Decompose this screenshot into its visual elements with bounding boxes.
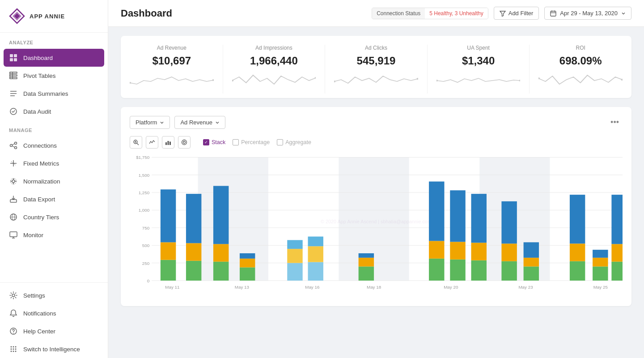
legend-percentage[interactable]: Percentage xyxy=(233,139,270,145)
svg-rect-129 xyxy=(524,267,539,281)
sidebar-item-settings[interactable]: Settings xyxy=(0,286,108,304)
svg-text:0: 0 xyxy=(147,278,150,283)
pivot-tables-icon xyxy=(9,71,18,80)
svg-text:May 25: May 25 xyxy=(593,285,608,290)
analyze-section: Analyze Dashboard xyxy=(0,33,108,120)
sidebar-item-pivot-tables[interactable]: Pivot Tables xyxy=(0,67,108,85)
svg-point-46 xyxy=(11,351,12,352)
sidebar-item-normalization[interactable]: Normalization xyxy=(0,172,108,190)
svg-point-59 xyxy=(436,80,438,81)
sidebar-item-monitor[interactable]: Monitor xyxy=(0,226,108,244)
svg-rect-100 xyxy=(186,243,201,260)
sparkline-ad-impressions xyxy=(232,72,316,87)
add-filter-button[interactable]: Add Filter xyxy=(494,7,539,20)
svg-rect-134 xyxy=(570,195,585,243)
more-options-button[interactable]: ••• xyxy=(607,116,623,129)
svg-point-40 xyxy=(11,346,12,348)
svg-rect-117 xyxy=(429,259,444,281)
calendar-icon xyxy=(550,10,556,17)
metric-ua-spent-value: $1,340 xyxy=(436,55,521,67)
content-area: Ad Revenue $10,697 Ad Impressions 1,966,… xyxy=(108,27,644,358)
filter-icon xyxy=(500,10,506,17)
monitor-icon xyxy=(9,230,18,239)
svg-rect-6 xyxy=(14,58,17,61)
data-export-icon xyxy=(9,195,18,204)
svg-rect-3 xyxy=(10,54,13,57)
sidebar-item-monitor-label: Monitor xyxy=(23,232,43,239)
ad-revenue-dropdown-button[interactable]: Ad Revenue xyxy=(174,116,225,129)
svg-point-60 xyxy=(519,80,520,81)
sidebar-item-help-center[interactable]: Help Center xyxy=(0,322,108,340)
logo-area: APP ANNIE xyxy=(0,0,108,33)
normalization-icon xyxy=(9,177,18,186)
svg-point-54 xyxy=(212,79,213,81)
svg-rect-115 xyxy=(359,258,374,267)
donut-chart-tool-button[interactable] xyxy=(178,136,191,149)
zoom-tool-button[interactable] xyxy=(130,136,142,149)
legend-aggregate[interactable]: Aggregate xyxy=(277,139,311,145)
svg-line-64 xyxy=(137,143,139,145)
sidebar-item-switch-intelligence[interactable]: Switch to Intelligence xyxy=(0,340,108,358)
sidebar-item-country-tiers[interactable]: Country Tiers xyxy=(0,208,108,226)
legend-stack[interactable]: Stack xyxy=(203,139,225,145)
sidebar-item-help-center-label: Help Center xyxy=(23,328,55,335)
sidebar-item-switch-intelligence-label: Switch to Intelligence xyxy=(23,346,80,353)
svg-rect-69 xyxy=(169,142,171,145)
svg-rect-49 xyxy=(551,11,556,16)
svg-rect-131 xyxy=(524,242,539,257)
sidebar-item-dashboard-label: Dashboard xyxy=(23,55,53,61)
svg-point-39 xyxy=(13,333,14,334)
sidebar-item-normalization-label: Normalization xyxy=(23,178,60,185)
sidebar-item-connections-label: Connections xyxy=(23,142,57,149)
svg-rect-123 xyxy=(471,260,487,281)
line-chart-tool-button[interactable] xyxy=(146,136,158,149)
svg-rect-112 xyxy=(240,259,255,268)
sparkline-ad-revenue xyxy=(130,72,214,87)
sparkline-ad-clicks xyxy=(334,72,418,87)
sidebar-item-data-summaries[interactable]: Data Summaries xyxy=(0,85,108,102)
chart-controls: Platform Ad Revenue ••• xyxy=(130,116,623,129)
sidebar-item-data-export[interactable]: Data Export xyxy=(0,190,108,208)
metric-roi: ROI 698.09% xyxy=(530,45,631,94)
analyze-label: Analyze xyxy=(0,33,108,49)
sidebar-item-fixed-metrics[interactable]: Fixed Metrics xyxy=(0,154,108,172)
sidebar-item-dashboard[interactable]: Dashboard xyxy=(4,49,104,67)
svg-rect-120 xyxy=(450,260,465,281)
svg-rect-73 xyxy=(198,157,268,281)
sidebar: APP ANNIE Analyze Dashboard xyxy=(0,0,108,358)
svg-text:250: 250 xyxy=(142,261,150,266)
sidebar-item-data-audit[interactable]: Data Audit xyxy=(0,102,108,120)
connection-status-badge: Connection Status 5 Healthy, 3 Unhealthy xyxy=(372,8,488,19)
svg-text:May 23: May 23 xyxy=(518,285,533,290)
legend-percentage-checkbox xyxy=(233,139,239,145)
bar-chart-tool-button[interactable] xyxy=(162,136,174,149)
sidebar-item-settings-label: Settings xyxy=(23,292,45,299)
svg-rect-139 xyxy=(611,244,623,261)
svg-rect-105 xyxy=(287,263,302,281)
svg-text:May 16: May 16 xyxy=(305,285,320,290)
date-range-button[interactable]: Apr 29 - May 13, 2020 xyxy=(544,7,631,20)
metric-ad-clicks-label: Ad Clicks xyxy=(334,45,418,51)
svg-rect-5 xyxy=(10,58,13,61)
sparkline-ua-spent xyxy=(436,72,521,87)
sidebar-item-connections[interactable]: Connections xyxy=(0,136,108,154)
svg-text:$1,750: $1,750 xyxy=(136,155,150,160)
svg-rect-4 xyxy=(14,54,17,57)
svg-rect-104 xyxy=(213,186,229,244)
platform-dropdown-button[interactable]: Platform xyxy=(130,116,170,129)
svg-rect-132 xyxy=(570,261,585,281)
chevron-down-icon xyxy=(621,11,626,16)
chart-card: Platform Ad Revenue ••• xyxy=(121,107,631,306)
svg-text:May 20: May 20 xyxy=(444,285,458,290)
svg-point-45 xyxy=(15,349,17,350)
sidebar-item-notifications[interactable]: Notifications xyxy=(0,304,108,322)
svg-rect-7 xyxy=(10,72,17,73)
help-icon xyxy=(9,327,18,336)
svg-rect-128 xyxy=(501,201,517,243)
svg-rect-113 xyxy=(240,253,255,259)
svg-point-42 xyxy=(15,346,17,348)
metric-roi-label: ROI xyxy=(538,45,623,51)
svg-rect-107 xyxy=(287,240,302,249)
metric-ua-spent: UA Spent $1,340 xyxy=(428,45,530,94)
bar-chart-area: $1,750 1,500 1,250 1,000 750 500 250 0 ©… xyxy=(130,154,623,297)
